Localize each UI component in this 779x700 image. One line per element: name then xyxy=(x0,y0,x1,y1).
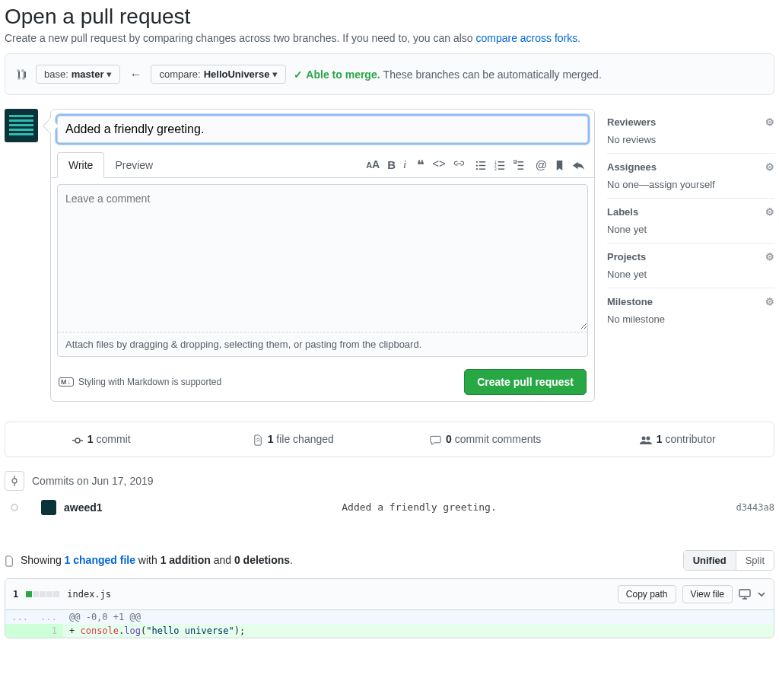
reviewers-title: Reviewers xyxy=(607,116,656,128)
diff-view-toggle: Unified Split xyxy=(683,550,774,571)
diff-add-count: 1 xyxy=(13,589,18,600)
contrib-label: contributor xyxy=(663,433,716,445)
tok-string: "hello universe" xyxy=(146,625,234,636)
desktop-icon[interactable] xyxy=(739,589,751,600)
unified-button[interactable]: Unified xyxy=(684,551,736,570)
pr-title-input[interactable] xyxy=(57,116,588,143)
stats-bar: 1 commit 1 file changed 0 commit comment… xyxy=(5,422,774,457)
markdown-hint-text: Styling with Markdown is supported xyxy=(78,377,221,387)
svg-rect-14 xyxy=(517,165,523,167)
file-icon xyxy=(253,433,263,446)
bookmark-icon[interactable] xyxy=(555,158,564,172)
stat-files[interactable]: 1 file changed xyxy=(198,422,390,457)
svg-point-19 xyxy=(641,437,645,441)
projects-title: Projects xyxy=(607,251,646,262)
stat-comments[interactable]: 0 commit comments xyxy=(390,422,582,457)
diff-file-name[interactable]: index.js xyxy=(67,589,111,600)
labels-body: None yet xyxy=(607,224,774,235)
diff-code: + console.log("hello universe"); xyxy=(63,624,774,638)
merge-rest-text: These branches can be automatically merg… xyxy=(383,68,602,81)
page-subtitle: Create a new pull request by comparing c… xyxy=(5,32,774,44)
timeline-dot xyxy=(11,504,18,511)
svg-rect-9 xyxy=(498,165,504,167)
showing-text: Showing xyxy=(21,554,65,566)
subtitle-end: . xyxy=(577,32,580,44)
quote-icon[interactable]: ❝ xyxy=(417,157,424,173)
hunk-text: @@ -0,0 +1 @@ xyxy=(69,612,141,622)
avatar xyxy=(5,109,38,142)
commit-author[interactable]: aweed1 xyxy=(64,501,103,514)
compare-branch-name: HelloUniverse xyxy=(204,68,270,80)
file-icon xyxy=(5,554,14,567)
pr-comment-textarea[interactable] xyxy=(58,185,587,329)
gear-icon[interactable]: ⚙ xyxy=(765,116,774,128)
mention-icon[interactable]: @ xyxy=(536,158,547,172)
base-prefix: base: xyxy=(44,68,68,80)
stat-contributors[interactable]: 1 contributor xyxy=(582,422,774,457)
gear-icon[interactable]: ⚙ xyxy=(765,251,774,262)
assignees-body[interactable]: No one—assign yourself xyxy=(607,179,774,190)
base-branch-name: master xyxy=(72,68,104,80)
svg-point-0 xyxy=(476,161,478,163)
ul-icon[interactable] xyxy=(475,158,487,172)
caret-down-icon: ▾ xyxy=(272,68,278,80)
tok-console: console xyxy=(80,625,119,636)
code-icon[interactable]: <> xyxy=(432,157,446,173)
svg-point-20 xyxy=(646,437,650,441)
commit-sha[interactable]: d3443a8 xyxy=(736,502,774,513)
ol-icon[interactable]: 123 xyxy=(494,158,506,172)
mid1: with xyxy=(135,554,161,566)
comments-label: commit comments xyxy=(452,433,541,445)
changed-file-link[interactable]: 1 changed file xyxy=(65,554,135,566)
markdown-icon: M↓ xyxy=(59,377,74,387)
gear-icon[interactable]: ⚙ xyxy=(765,296,774,307)
heading-icon[interactable]: AA xyxy=(366,158,380,171)
commit-message[interactable]: Added a friendly greeting. xyxy=(110,501,729,513)
commit-icon xyxy=(72,433,83,445)
italic-icon[interactable]: i xyxy=(403,158,406,171)
reply-icon[interactable] xyxy=(572,158,585,172)
caret-down-icon: ▾ xyxy=(107,68,112,80)
create-pr-button[interactable]: Create pull request xyxy=(464,369,587,395)
task-icon[interactable] xyxy=(514,158,525,172)
tok-close: ); xyxy=(234,625,245,636)
copy-path-button[interactable]: Copy path xyxy=(618,585,676,603)
svg-text:3: 3 xyxy=(494,167,497,171)
diff-stat-blocks xyxy=(26,591,59,597)
tab-write[interactable]: Write xyxy=(57,152,104,178)
files-label: file changed xyxy=(273,433,333,445)
link-icon[interactable] xyxy=(453,157,465,173)
svg-point-2 xyxy=(476,165,478,167)
compare-prefix: compare: xyxy=(159,68,200,80)
comment-icon xyxy=(430,433,441,445)
split-button[interactable]: Split xyxy=(736,551,774,570)
base-branch-selector[interactable]: base: master ▾ xyxy=(36,65,120,84)
end: . xyxy=(290,554,293,566)
attach-dropzone[interactable]: Attach files by dragging & dropping, sel… xyxy=(58,332,587,356)
assignees-title: Assignees xyxy=(607,161,657,173)
svg-rect-1 xyxy=(479,161,485,163)
chevron-down-icon[interactable] xyxy=(757,589,766,600)
check-icon: ✓ xyxy=(294,68,303,81)
md-toolbar: AA B i ❝ <> 123 xyxy=(366,157,588,173)
stat-commits[interactable]: 1 commit xyxy=(5,422,198,457)
bold-icon[interactable]: B xyxy=(387,158,396,171)
pr-editor: Write Preview AA B i ❝ <> xyxy=(50,109,595,402)
svg-rect-7 xyxy=(498,161,504,163)
merge-status: ✓ Able to merge. These branches can be a… xyxy=(294,68,601,81)
gear-icon[interactable]: ⚙ xyxy=(765,161,774,173)
tab-preview[interactable]: Preview xyxy=(104,153,164,177)
commit-avatar xyxy=(41,500,56,515)
gear-icon[interactable]: ⚙ xyxy=(765,206,774,218)
contrib-count: 1 xyxy=(657,433,663,445)
compare-branch-selector[interactable]: compare: HelloUniverse ▾ xyxy=(151,65,286,84)
pr-sidebar: Reviewers⚙ No reviews Assignees⚙ No one—… xyxy=(607,109,774,402)
plus-sign: + xyxy=(69,625,80,636)
svg-rect-15 xyxy=(517,169,523,170)
subtitle-text: Create a new pull request by comparing c… xyxy=(5,32,475,44)
compare-forks-link[interactable]: compare across forks xyxy=(475,32,577,44)
commit-row: aweed1 Added a friendly greeting. d3443a… xyxy=(5,495,774,520)
view-file-button[interactable]: View file xyxy=(682,585,733,603)
deletions-text: 0 deletions xyxy=(234,554,290,566)
people-icon xyxy=(640,433,652,445)
